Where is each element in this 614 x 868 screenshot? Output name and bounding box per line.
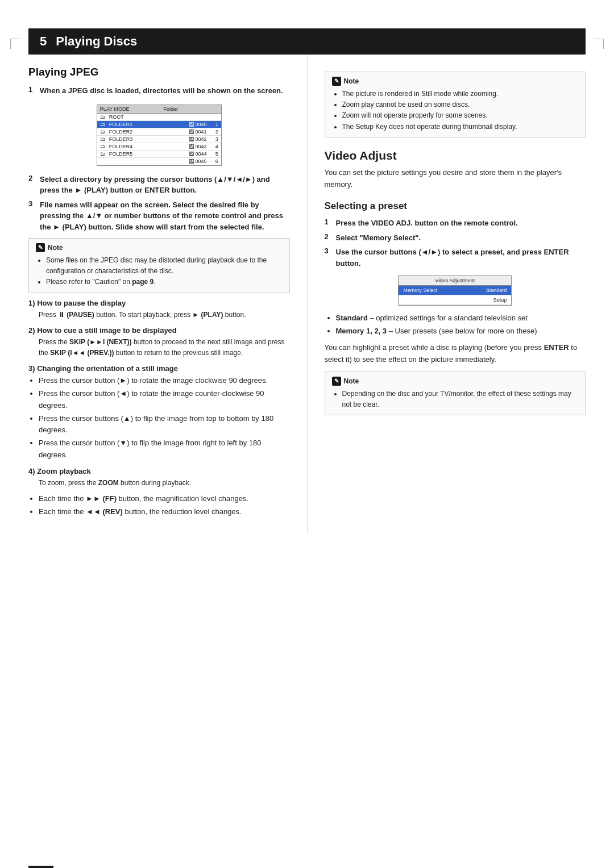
dir-count-folder6: 6 [211,158,218,164]
orient-item-3: Press the cursor buttons (▲) to flip the… [39,413,290,437]
dir-count-folder2: 2 [211,129,218,135]
step-3-num: 3 [28,199,36,233]
orient-list: Press the cursor button (►) to rotate th… [28,375,290,461]
folder-icon: 🗂 [100,122,107,127]
right-column: ✎ Note The picture is rendered in Still … [307,55,586,533]
note-label-right: Note [344,77,359,85]
preset-step-2: 2 Select "Memory Select". [325,232,586,244]
dir-name-folder1: FOLDER1 [109,122,184,127]
note-box-left: ✎ Note Some files on the JPEG disc may b… [28,238,290,293]
step-2-num: 2 [28,174,36,196]
note-item-2: Please refer to "Caution" on page 9. [46,277,283,287]
note-box-right-bottom: ✎ Note Depending on the disc and your TV… [325,372,586,415]
preset-step-1-text: Press the VIDEO ADJ. button on the remot… [336,218,518,229]
dir-row-folder3: 🗂 FOLDER3 🖼 0042 3 [97,136,221,143]
dir-files-folder6: 🖼 0045 [186,158,209,164]
preset-step-1: 1 Press the VIDEO ADJ. button on the rem… [325,218,586,229]
corner-mark-tr [594,39,604,49]
directory-table: PLAY MODE Folder 🗂 ROOT 🗂 FOLDER1 🖼 0040… [97,105,222,166]
note-title-right-bottom: ✎ Note [332,377,579,386]
video-adjust-intro: You can set the picture settings you des… [325,167,586,191]
note-item-1: Some files on the JPEG disc may be disto… [46,255,283,277]
video-adjustment-table: Video Adjustment Memory Select Standard … [398,276,512,306]
preset-step-1-num: 1 [325,218,333,229]
preset-step-3-num: 3 [325,247,333,269]
chapter-number: 5 [40,34,47,49]
pause-body: Press ⏸ (PAUSE) button. To start playbac… [28,310,290,320]
orient-item-1: Press the cursor button (►) to rotate th… [39,375,290,387]
note-label-right-bottom: Note [344,377,359,385]
note-title-right: ✎ Note [332,77,579,86]
step-2-text: Select a directory by pressing the curso… [40,174,290,196]
preset-body: You can highlight a preset while a disc … [325,342,586,366]
note-label-left: Note [48,244,63,252]
dir-row-folder1: 🗂 FOLDER1 🖼 0040 1 [97,121,221,128]
dir-table-header: PLAY MODE Folder [97,105,221,114]
corner-mark-tl [10,39,20,49]
step-1-num: 1 [28,85,36,97]
folder-icon: 🗂 [100,129,107,135]
dir-header-playmode: PLAY MODE [100,106,130,112]
preset-step-3: 3 Use the cursor buttons (◄/►) to select… [325,247,586,269]
dir-row-folder5: 🗂 FOLDER5 🖼 0044 5 [97,151,221,158]
note-icon-left: ✎ [36,243,45,252]
folder-icon: 🗂 [100,136,107,142]
dir-files-folder3: 🖼 0042 [186,136,209,142]
dir-count-folder1: 1 [211,122,218,127]
va-row-memory-select: Memory Select Standard [399,286,511,295]
dir-row-folder6: 🖼 0045 6 [97,158,221,165]
step-1-text: When a JPEG disc is loaded, directories … [40,85,283,97]
dir-row-root: 🗂 ROOT [97,114,221,121]
orient-item-4: Press the cursor button (▼) to flip the … [39,437,290,461]
dir-row-folder4: 🗂 FOLDER4 🖼 0043 4 [97,143,221,151]
left-column: Playing JPEG 1 When a JPEG disc is loade… [28,55,290,533]
note-right-item-1: The picture is rendered in Still mode wh… [342,89,579,99]
sub-heading-zoom: 4) Zoom playback [28,467,290,475]
selecting-preset-heading: Selecting a preset [325,201,586,212]
chapter-header: 5 Playing Discs [28,28,586,55]
sub-heading-pause: 1) How to pause the display [28,299,290,307]
preset-step-2-num: 2 [325,232,333,244]
va-label-memory: Memory Select [403,287,481,293]
cue-body: Press the SKIP (►►I (NEXT)) button to pr… [28,337,290,358]
folder-icon: 🗂 [100,144,107,149]
note-right-item-2: Zoom play cannot be used on some discs. [342,99,579,110]
dir-name-root: ROOT [109,114,184,120]
dir-name-folder5: FOLDER5 [109,151,184,157]
step-1: 1 When a JPEG disc is loaded, directorie… [28,85,290,97]
preset-bullet-1: Standard – optimized settings for a stan… [336,312,586,324]
va-table-header: Video Adjustment [399,276,511,286]
video-adjust-heading: Video Adjust [325,149,586,162]
step-3-text: File names will appear on the screen. Se… [40,199,290,233]
note-bottom-item-1: Depending on the disc and your TV/monito… [342,389,579,410]
dir-name-folder4: FOLDER4 [109,144,184,149]
content-area: Playing JPEG 1 When a JPEG disc is loade… [28,55,586,533]
dir-row-folder2: 🗂 FOLDER2 🖼 0041 2 [97,128,221,136]
zoom-body: To zoom, press the ZOOM button during pl… [28,478,290,489]
va-row-setup: Setup [399,295,511,305]
dir-name-folder2: FOLDER2 [109,129,184,135]
dir-name-folder3: FOLDER3 [109,136,184,142]
dir-count-folder5: 5 [211,151,218,157]
note-title-left: ✎ Note [36,243,283,252]
dir-files-folder5: 🖼 0044 [186,151,209,157]
zoom-list: Each time the ►► (FF) button, the magnif… [28,493,290,518]
dir-header-folder: Folder [163,106,178,112]
preset-bullets: Standard – optimized settings for a stan… [325,312,586,337]
note-icon-right: ✎ [332,77,341,86]
dir-count-folder3: 3 [211,136,218,142]
chapter-title: Playing Discs [56,34,137,49]
dir-count-folder4: 4 [211,144,218,149]
playing-jpeg-heading: Playing JPEG [28,66,290,78]
preset-step-3-text: Use the cursor buttons (◄/►) to select a… [336,247,586,269]
folder-icon: 🗂 [100,151,107,157]
note-list-left: Some files on the JPEG disc may be disto… [36,255,283,288]
dir-files-folder2: 🖼 0041 [186,129,209,135]
dir-files-folder4: 🖼 0043 [186,144,209,149]
sub-heading-cue: 2) How to cue a still image to be displa… [28,326,290,335]
page-number-bar: 28 [28,866,53,868]
note-right-item-3: Zoom will not operate properly for some … [342,110,579,121]
note-icon-right-bottom: ✎ [332,377,341,386]
note-list-right: The picture is rendered in Still mode wh… [332,89,579,132]
step-2: 2 Select a directory by pressing the cur… [28,174,290,196]
